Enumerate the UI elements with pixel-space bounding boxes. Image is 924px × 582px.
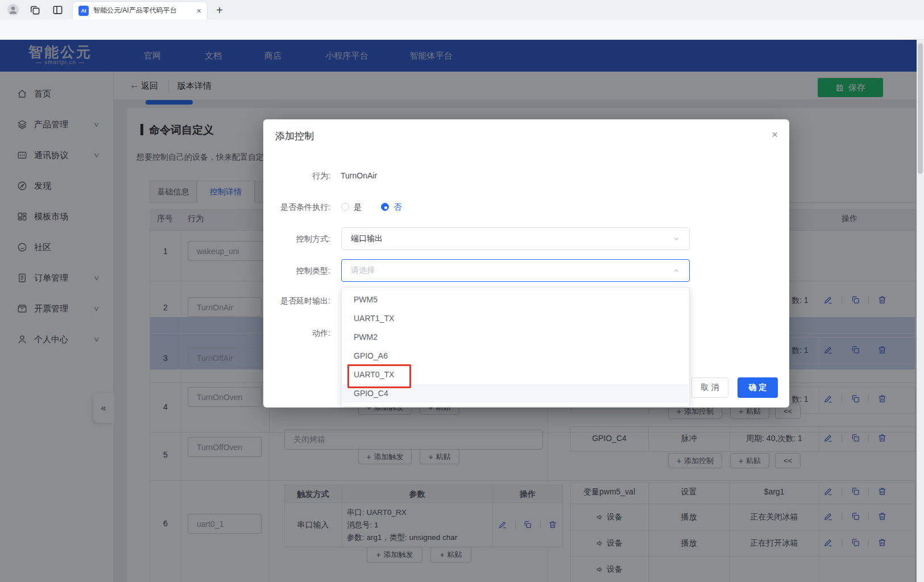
radio-no[interactable] [381,203,389,211]
browser-tab[interactable]: AI 智能公元/AI产品零代码平台 × [73,2,207,19]
behavior-label: 行为: [263,171,330,181]
dropdown-option-pwm2[interactable]: PWM2 [342,328,689,347]
browser-tab-title: 智能公元/AI产品零代码平台 [93,6,193,15]
page-scrollbar[interactable] [917,40,924,582]
action-label: 动作: [263,329,330,339]
browser-tabstrip: AI 智能公元/AI产品零代码平台 × + [0,0,924,19]
radio-yes[interactable] [341,203,349,211]
dropdown-option-uart1-tx[interactable]: UART1_TX [342,309,689,328]
control-type-placeholder: 请选择 [351,265,375,276]
control-method-select[interactable]: 端口输出 [341,227,690,250]
modal-title: 添加控制 [275,130,314,143]
vertical-tabs-icon[interactable] [52,5,63,15]
tab-groups-icon[interactable] [30,5,40,15]
annotation-highlight-box [347,364,411,388]
profile-avatar-icon[interactable] [7,3,19,16]
screen: AI 智能公元/AI产品零代码平台 × + ← https://www.smar… [0,0,924,582]
browser-urlbar-row: ← https://www.smartpi.cn/#/QytlCi130x ☆ [0,19,924,40]
dropdown-option-pwm5[interactable]: PWM5 [342,290,689,309]
conditional-label: 是否条件执行: [263,202,330,213]
chevron-down-icon [673,235,680,243]
radio-no-label[interactable]: 否 [393,202,401,213]
close-icon[interactable]: × [772,128,778,141]
radio-yes-label[interactable]: 是 [354,202,362,213]
cancel-button[interactable]: 取 消 [691,377,728,398]
tab-close-icon[interactable]: × [197,6,201,15]
control-type-select[interactable]: 请选择 [341,259,690,282]
site-favicon: AI [78,6,89,16]
control-type-label: 控制类型: [263,266,330,276]
scrollbar-thumb[interactable] [918,43,923,174]
control-type-dropdown: PWM5 UART1_TX PWM2 GPIO_A6 UART0_TX GPIO… [341,287,690,407]
dropdown-option-gpio-a6[interactable]: GPIO_A6 [342,347,689,365]
control-method-value: 端口输出 [351,234,383,244]
confirm-button[interactable]: 确 定 [737,377,778,398]
control-method-label: 控制方式: [263,234,330,244]
behavior-value: TurnOnAir [341,171,377,180]
delay-output-label: 是否延时输出: [263,296,330,306]
new-tab-button[interactable]: + [212,2,227,18]
chevron-up-icon [673,267,680,275]
